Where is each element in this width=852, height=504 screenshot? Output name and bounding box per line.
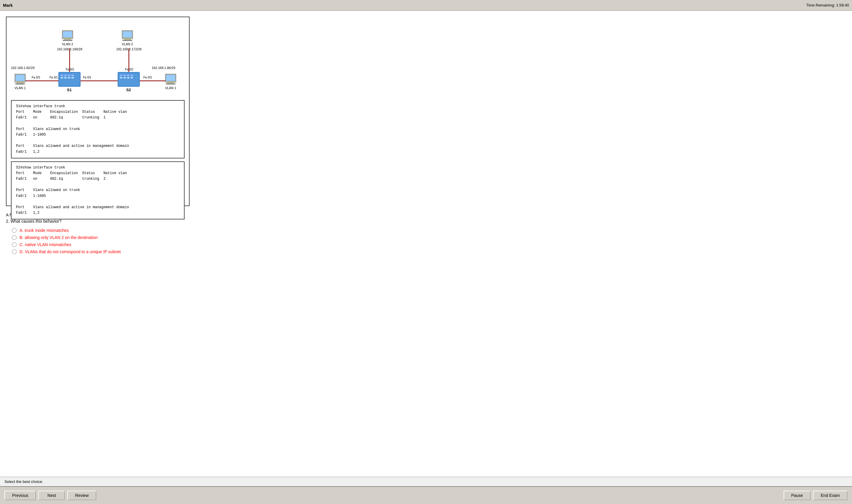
radio-a[interactable]	[12, 228, 17, 233]
svg-rect-32	[71, 75, 74, 76]
s2-vlans-header: Port Vlans allowed on trunk	[16, 187, 179, 193]
s1-mgmt-header: Port Vlans allowed and active in managem…	[16, 143, 179, 149]
s1-cli-box: S1#show interface trunk Port Mode Encaps…	[11, 100, 184, 158]
svg-rect-46	[127, 77, 129, 78]
svg-rect-6	[15, 75, 25, 81]
svg-rect-36	[71, 77, 74, 78]
svg-rect-7	[17, 82, 23, 84]
svg-text:VLAN 2: VLAN 2	[62, 42, 73, 46]
s2-mgmt-row: Fa0/1 1,2	[16, 210, 179, 216]
next-button[interactable]: Next	[38, 491, 65, 500]
svg-text:Fa 0/3: Fa 0/3	[32, 76, 40, 79]
svg-rect-24	[167, 82, 174, 84]
bottom-status-bar: Select the best choice.	[0, 477, 852, 486]
s1-vlans-header: Port Vlans allowed on trunk	[16, 126, 179, 132]
label-a: A. trunk mode mismatches	[20, 228, 69, 233]
svg-rect-47	[131, 77, 133, 78]
svg-text:VLAN 1: VLAN 1	[15, 86, 26, 90]
s2-cli-box: S2#show interface trunk Port Mode Encaps…	[11, 161, 184, 220]
radio-b[interactable]	[12, 235, 17, 240]
svg-text:192.168.2.190/28: 192.168.2.190/28	[57, 48, 82, 51]
bottom-buttons: Previous Next Review Pause End Exam	[0, 486, 852, 504]
svg-rect-25	[166, 84, 175, 84]
s1-cli-row1: Fa0/1 on 802.1q trunking 1	[16, 115, 179, 121]
time-remaining: Time Remaining: 1:59:40	[806, 3, 849, 7]
label-c: C. native VLAN mismatches	[20, 242, 71, 247]
svg-rect-35	[68, 77, 70, 78]
radio-d[interactable]	[12, 249, 17, 254]
svg-text:Fa 0/3: Fa 0/3	[143, 76, 152, 79]
app-title: Mark	[3, 3, 13, 8]
s1-mgmt-row: Fa0/1 1,2	[16, 149, 179, 155]
svg-rect-41	[124, 75, 126, 76]
svg-rect-45	[124, 77, 126, 78]
right-buttons: Pause End Exam	[784, 491, 848, 500]
svg-text:Fa 0/2: Fa 0/2	[66, 68, 74, 71]
s2-vlans-row: Fa0/1 1-1005	[16, 193, 179, 199]
option-a[interactable]: A. trunk mode mismatches	[12, 228, 846, 233]
svg-text:Fa 0/1: Fa 0/1	[83, 76, 91, 79]
network-svg: VLAN 1 VLAN 2 192.168.2.190/28 VLAN 2 19…	[6, 17, 190, 98]
svg-rect-12	[64, 39, 71, 40]
title-bar-left: Mark	[3, 3, 13, 8]
svg-rect-8	[15, 84, 25, 84]
label-d: D. VLANs that do not correspond to a uni…	[20, 249, 121, 254]
nav-buttons: Previous Next Review	[4, 491, 96, 500]
pause-button[interactable]: Pause	[784, 491, 811, 500]
svg-rect-40	[120, 75, 122, 76]
svg-rect-29	[61, 75, 63, 76]
svg-rect-18	[124, 39, 131, 40]
end-exam-button[interactable]: End Exam	[813, 491, 848, 500]
svg-text:192.168.2.172/28: 192.168.2.172/28	[116, 48, 142, 51]
svg-text:Fa 0/2: Fa 0/2	[125, 68, 134, 71]
svg-rect-42	[127, 75, 129, 76]
svg-text:192.168.1.82/29: 192.168.1.82/29	[11, 66, 35, 70]
svg-text:VLAN 1: VLAN 1	[165, 86, 176, 90]
option-c[interactable]: C. native VLAN mismatches	[12, 242, 846, 247]
option-d[interactable]: D. VLANs that do not correspond to a uni…	[12, 249, 846, 254]
svg-text:192.168.1.86/29: 192.168.1.86/29	[152, 66, 175, 70]
s2-cli-headers: Port Mode Encapsulation Status Native vl…	[16, 170, 179, 176]
main-content: VLAN 1 VLAN 2 192.168.2.190/28 VLAN 2 19…	[0, 11, 852, 477]
svg-rect-17	[123, 31, 132, 38]
svg-rect-31	[68, 75, 70, 76]
s1-cli-headers: Port Mode Encapsulation Status Native vl…	[16, 109, 179, 115]
s1-cli-title: S1#show interface trunk	[16, 104, 179, 109]
svg-rect-11	[63, 31, 72, 38]
option-b[interactable]: B. allowing only VLAN 2 on the destinati…	[12, 235, 846, 240]
svg-rect-34	[64, 77, 67, 78]
svg-rect-43	[131, 75, 133, 76]
diagram-container: VLAN 1 VLAN 2 192.168.2.190/28 VLAN 2 19…	[6, 17, 190, 206]
svg-rect-30	[64, 75, 67, 76]
svg-rect-13	[63, 40, 72, 41]
review-button[interactable]: Review	[67, 491, 96, 500]
svg-text:VLAN 2: VLAN 2	[122, 42, 133, 46]
svg-text:S2: S2	[126, 88, 131, 92]
svg-rect-33	[61, 77, 63, 78]
s2-cli-row1: Fa0/1 on 802.1q trunking 2	[16, 176, 179, 182]
label-b: B. allowing only VLAN 2 on the destinati…	[20, 235, 98, 240]
svg-text:Fa 0/1: Fa 0/1	[50, 76, 58, 79]
svg-rect-23	[166, 75, 175, 81]
previous-button[interactable]: Previous	[4, 491, 36, 500]
question-line2: 2. What causes this behavior?	[6, 219, 61, 223]
title-bar: Mark Time Remaining: 1:59:40	[0, 0, 852, 11]
status-text: Select the best choice.	[4, 480, 43, 484]
s2-mgmt-header: Port Vlans allowed and active in managem…	[16, 204, 179, 210]
svg-text:S1: S1	[67, 88, 72, 92]
radio-c[interactable]	[12, 242, 17, 247]
s1-vlans-row: Fa0/1 1-1005	[16, 132, 179, 138]
s2-cli-title: S2#show interface trunk	[16, 165, 179, 170]
svg-rect-19	[123, 40, 132, 41]
svg-rect-44	[120, 77, 122, 78]
